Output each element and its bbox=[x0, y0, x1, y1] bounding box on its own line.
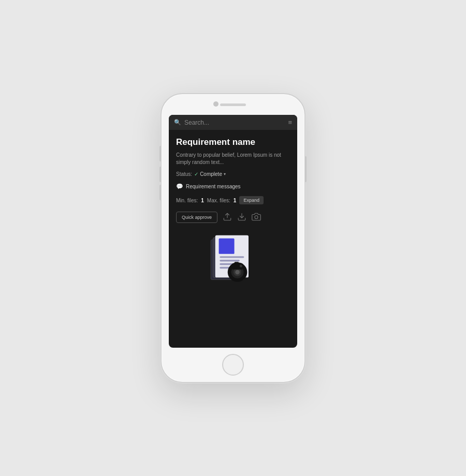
phone-camera bbox=[213, 101, 219, 107]
actions-row: Quick approve bbox=[176, 212, 290, 223]
main-content: Requirement name Contrary to popular bel… bbox=[169, 130, 297, 348]
document-illustration bbox=[202, 231, 264, 288]
search-bar: 🔍 Search... ≡ bbox=[169, 115, 297, 130]
requirement-description: Contrary to popular belief, Lorem Ipsum … bbox=[176, 152, 290, 166]
messages-label[interactable]: Requirement messages bbox=[186, 184, 241, 189]
home-button[interactable] bbox=[222, 354, 244, 376]
filter-icon[interactable]: ≡ bbox=[288, 118, 292, 126]
search-input[interactable]: Search... bbox=[184, 119, 285, 126]
max-files-value: 1 bbox=[234, 198, 237, 203]
search-icon: 🔍 bbox=[174, 119, 181, 126]
status-check-icon: ✓ bbox=[194, 171, 198, 177]
status-dropdown-icon[interactable]: ▾ bbox=[224, 172, 226, 176]
phone-speaker bbox=[220, 103, 246, 106]
status-text: Complete bbox=[200, 171, 222, 177]
svg-rect-6 bbox=[219, 239, 235, 254]
svg-rect-8 bbox=[220, 260, 240, 261]
min-files-label: Min. files: bbox=[176, 198, 198, 203]
app-content: 🔍 Search... ≡ Requirement name Contrary … bbox=[169, 115, 297, 348]
illustration-area bbox=[176, 231, 290, 288]
svg-point-2 bbox=[255, 215, 258, 218]
max-files-label: Max. files: bbox=[207, 198, 230, 203]
status-value[interactable]: ✓ Complete ▾ bbox=[194, 171, 226, 177]
svg-point-17 bbox=[240, 264, 242, 267]
files-row: Min. files: 1 Max. files: 1 Expand bbox=[176, 196, 290, 204]
svg-rect-16 bbox=[235, 262, 239, 264]
requirement-title: Requirement name bbox=[176, 137, 290, 147]
phone-screen: 🔍 Search... ≡ Requirement name Contrary … bbox=[169, 115, 297, 348]
expand-button[interactable]: Expand bbox=[239, 196, 264, 204]
min-files-value: 1 bbox=[201, 198, 204, 203]
svg-point-14 bbox=[235, 270, 240, 275]
phone-shell: 🔍 Search... ≡ Requirement name Contrary … bbox=[161, 93, 305, 383]
status-label: Status: bbox=[176, 171, 192, 177]
messages-row: 💬 Requirement messages bbox=[176, 183, 290, 190]
phone-mockup: 🔍 Search... ≡ Requirement name Contrary … bbox=[161, 93, 305, 383]
camera-icon[interactable] bbox=[252, 212, 261, 223]
status-row: Status: ✓ Complete ▾ bbox=[176, 171, 290, 177]
svg-rect-7 bbox=[220, 256, 244, 258]
message-icon: 💬 bbox=[176, 183, 183, 190]
upload-icon[interactable] bbox=[223, 212, 232, 223]
quick-approve-button[interactable]: Quick approve bbox=[176, 212, 217, 223]
download-icon[interactable] bbox=[237, 212, 246, 223]
